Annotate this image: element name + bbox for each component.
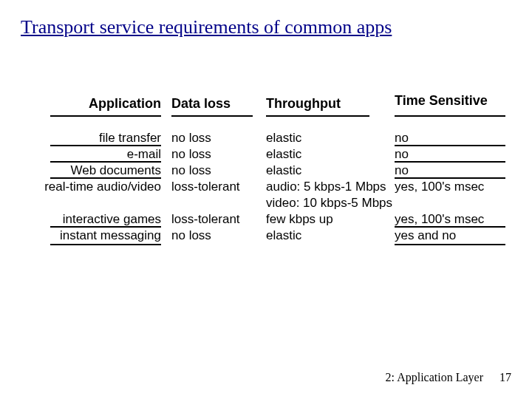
rule [395,177,505,179]
cell: elastic [266,163,392,179]
footer-chapter: 2: Application Layer [386,371,483,383]
rule [50,145,161,146]
cell: yes, 100's msec [395,179,484,195]
cell: no loss [171,146,240,163]
slide: Transport service requirements of common… [0,0,532,399]
cell: no loss [171,163,240,179]
cell: real-time audio/video [0,179,161,195]
header-time-sensitive: Time Sensitive [395,93,488,109]
cell: no [395,146,484,163]
rule [395,115,505,117]
rule [50,177,161,179]
cell: no [395,130,484,146]
header-application: Application [0,96,161,112]
cell: loss-tolerant [171,211,240,228]
cell: elastic [266,228,392,244]
footer-page-number: 17 [499,371,511,383]
cell [0,195,161,211]
cell: no loss [171,130,240,146]
column-throughput: elastic elastic elastic audio: 5 kbps-1 … [266,130,392,244]
cell: video: 10 kbps-5 Mbps [266,195,392,211]
rule [50,226,161,228]
cell [395,195,484,211]
slide-footer: 2: Application Layer 17 [386,371,511,384]
rule [50,244,161,245]
cell: yes, 100's msec [395,211,484,228]
cell: instant messaging [0,228,161,244]
cell: elastic [266,146,392,163]
cell: file transfer [0,130,161,146]
header-throughput: Throughput [266,96,341,112]
slide-title: Transport service requirements of common… [21,16,392,38]
cell: few kbps up [266,211,392,228]
rule [50,161,161,163]
rule [395,226,505,228]
rule [395,145,505,146]
cell: e-mail [0,146,161,163]
cell: no loss [171,228,240,244]
cell: interactive games [0,211,161,228]
cell: yes and no [395,228,484,244]
cell: no [395,163,484,179]
rule [395,161,505,163]
rule [171,115,253,117]
cell: loss-tolerant [171,179,240,195]
rule [395,244,505,245]
cell: Web documents [0,163,161,179]
rule [50,115,161,117]
column-data-loss: no loss no loss no loss loss-tolerant lo… [171,130,240,244]
cell [171,195,240,211]
cell: elastic [266,130,392,146]
header-data-loss: Data loss [171,96,231,112]
rule [266,115,369,117]
cell: audio: 5 kbps-1 Mbps [266,179,392,195]
